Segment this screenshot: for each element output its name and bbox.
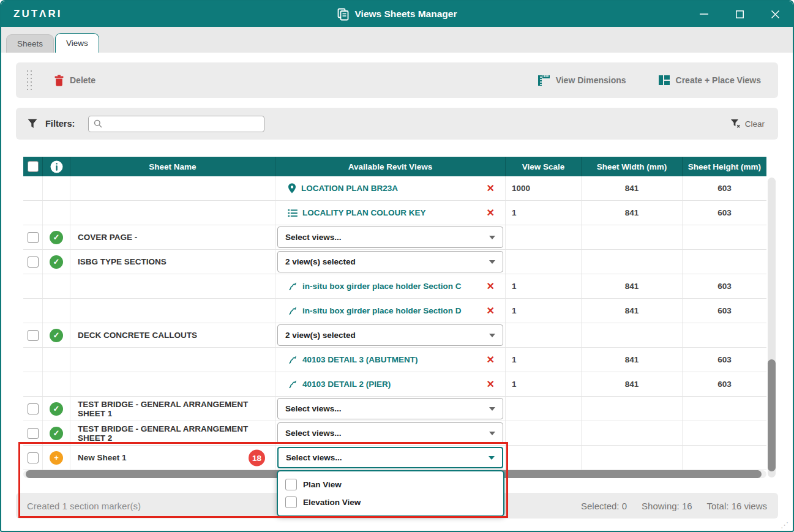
header-select-all-cell	[23, 157, 43, 176]
sheets-document-icon	[337, 8, 349, 21]
chevron-down-icon	[489, 236, 495, 239]
header-sheet-width[interactable]: Sheet Width (mm)	[582, 157, 683, 176]
header-sheet-name[interactable]: Sheet Name	[70, 157, 275, 176]
location-pin-icon	[288, 183, 296, 193]
view-name: LOCATION PLAN BR23A	[301, 184, 398, 193]
table-row: 40103 DETAIL 2 (PIER) ✕ 1 841 603	[23, 372, 766, 397]
minimize-button[interactable]	[686, 1, 722, 27]
clear-label: Clear	[745, 119, 765, 129]
sheet-width-value: 841	[582, 201, 683, 225]
check-circle-icon: ✓	[50, 329, 63, 342]
window-title: Views Sheets Manager	[355, 9, 457, 20]
showing-count: Showing: 16	[642, 501, 692, 511]
search-icon	[94, 119, 102, 128]
filter-bar: Filters: Clear	[16, 108, 778, 140]
ruler-icon	[537, 74, 550, 86]
delete-button[interactable]: Delete	[54, 75, 96, 86]
views-select-dropdown[interactable]: Select views...	[277, 422, 503, 444]
sheets-views-table: Sheet Name Available Revit Views View Sc…	[23, 157, 766, 470]
select-all-checkbox[interactable]	[28, 161, 39, 172]
add-circle-icon: +	[50, 451, 63, 465]
table-row: ✓ TEST BRIDGE - GENERAL ARRANGEMENT SHEE…	[23, 421, 766, 446]
tab-sheets[interactable]: Sheets	[6, 34, 54, 53]
row-checkbox[interactable]	[28, 232, 39, 243]
sheet-name: TEST BRIDGE - GENERAL ARRANGEMENT SHEET …	[70, 397, 275, 421]
view-scale-value: 1	[506, 201, 582, 225]
create-place-views-button[interactable]: Create + Place Views	[658, 75, 761, 86]
close-button[interactable]	[757, 1, 793, 27]
sheet-name: DECK CONCRETE CALLOUTS	[70, 323, 275, 347]
section-marker-icon	[288, 282, 298, 291]
remove-view-button[interactable]: ✕	[487, 306, 495, 316]
sheet-height-value: 603	[683, 274, 766, 298]
sheet-name: COVER PAGE -	[70, 225, 275, 249]
row-checkbox[interactable]	[28, 428, 39, 439]
elevation-view-checkbox[interactable]	[285, 496, 297, 508]
views-select-dropdown-open[interactable]: Select views...	[277, 447, 503, 468]
section-marker-icon	[288, 306, 298, 316]
view-scale-value: 1	[506, 274, 582, 298]
app-window: ZUTΛRI Views Sheets Manager Sheets Views	[0, 0, 794, 532]
sheet-height-value: 603	[683, 348, 766, 372]
row-checkbox[interactable]	[28, 403, 39, 414]
views-select-dropdown[interactable]: 2 view(s) selected	[277, 251, 503, 272]
tab-views[interactable]: Views	[55, 33, 99, 53]
remove-view-button[interactable]: ✕	[487, 282, 495, 291]
views-dropdown-panel: Plan View Elevation View	[277, 470, 504, 517]
plan-view-checkbox[interactable]	[285, 479, 297, 490]
drag-handle-icon[interactable]	[26, 69, 33, 91]
sheet-width-value: 841	[582, 274, 683, 298]
maximize-button[interactable]	[722, 1, 757, 27]
views-select-dropdown[interactable]: Select views...	[277, 398, 503, 419]
remove-view-button[interactable]: ✕	[487, 380, 495, 389]
sheet-name: New Sheet 1	[78, 453, 127, 462]
sheet-name: ISBG TYPE SECTIONS	[70, 250, 275, 274]
section-marker-icon	[288, 355, 298, 365]
sheet-width-value: 841	[582, 176, 683, 200]
remove-view-button[interactable]: ✕	[487, 184, 495, 193]
status-message: Created 1 section marker(s)	[27, 501, 141, 511]
row-checkbox[interactable]	[28, 257, 39, 268]
views-select-dropdown[interactable]: Select views...	[277, 227, 503, 248]
views-select-dropdown[interactable]: 2 view(s) selected	[277, 324, 503, 346]
dropdown-option-plan-view[interactable]: Plan View	[285, 479, 496, 490]
sheet-name: TEST BRIDGE - GENERAL ARRANGEMENT SHEET …	[70, 421, 275, 445]
search-input[interactable]	[106, 119, 259, 129]
sheet-width-value: 841	[582, 299, 683, 323]
view-name: in-situ box girder place holder Section …	[302, 306, 462, 315]
sheet-height-value: 603	[683, 201, 766, 225]
clear-filters-button[interactable]: Clear	[730, 119, 765, 129]
filter-funnel-icon	[27, 118, 38, 129]
header-sheet-height[interactable]: Sheet Height (mm)	[683, 157, 766, 176]
resize-grip[interactable]: ⋰	[781, 520, 789, 530]
table-row: LOCATION PLAN BR23A ✕ 1000 841 603	[23, 176, 766, 201]
list-icon	[288, 209, 298, 217]
trash-icon	[54, 75, 64, 86]
info-icon	[50, 160, 63, 173]
view-scale-value: 1000	[506, 176, 582, 200]
header-available-views[interactable]: Available Revit Views	[275, 157, 506, 176]
view-name: 40103 DETAIL 3 (ABUTMENT)	[302, 355, 418, 364]
vertical-scrollbar[interactable]	[768, 178, 776, 478]
check-circle-icon: ✓	[50, 255, 63, 269]
view-dimensions-button[interactable]: View Dimensions	[537, 74, 626, 86]
layout-grid-icon	[658, 75, 670, 86]
dropdown-option-elevation-view[interactable]: Elevation View	[285, 496, 496, 508]
view-name: LOCALITY PLAN COLOUR KEY	[302, 208, 426, 217]
delete-label: Delete	[70, 75, 96, 85]
chevron-down-icon	[489, 432, 495, 435]
chevron-down-icon	[489, 334, 495, 337]
check-circle-icon: ✓	[50, 231, 63, 244]
view-name: 40103 DETAIL 2 (PIER)	[302, 380, 391, 389]
row-checkbox[interactable]	[28, 330, 39, 341]
table-row: in-situ box girder place holder Section …	[23, 299, 766, 323]
row-checkbox[interactable]	[28, 452, 39, 463]
view-scale-value: 1	[506, 299, 582, 323]
remove-view-button[interactable]: ✕	[487, 208, 495, 218]
tab-strip: Sheets Views	[1, 27, 793, 53]
annotation-step-badge: 18	[249, 449, 265, 466]
vertical-scrollbar-thumb[interactable]	[768, 359, 776, 471]
table-row: ✓ TEST BRIDGE - GENERAL ARRANGEMENT SHEE…	[23, 397, 766, 421]
remove-view-button[interactable]: ✕	[487, 355, 495, 365]
header-view-scale[interactable]: View Scale	[506, 157, 582, 176]
